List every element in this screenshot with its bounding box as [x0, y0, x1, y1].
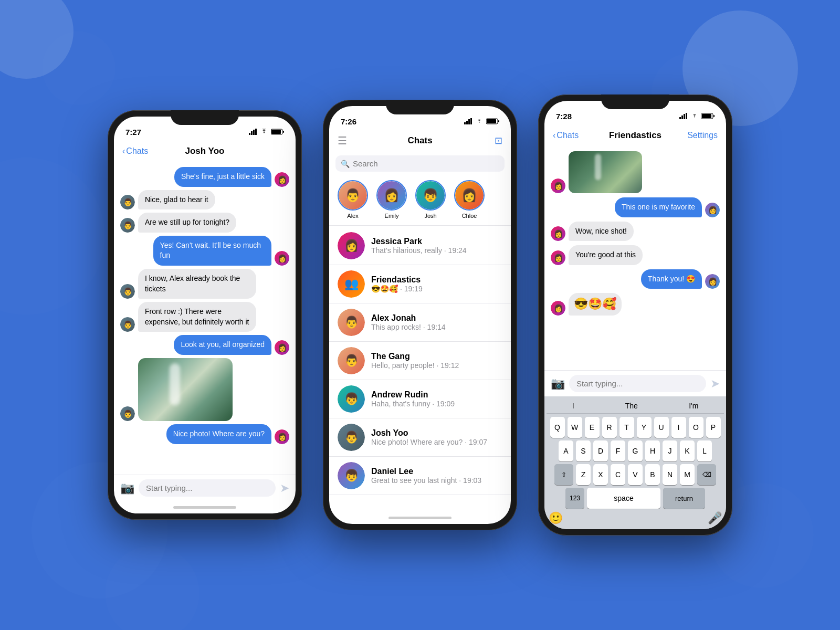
search-input[interactable]	[353, 159, 499, 168]
search-bar[interactable]: 🔍	[335, 155, 505, 172]
keyboard-row-2: A S D F G H J K L	[547, 440, 724, 461]
suggestion-i[interactable]: I	[572, 402, 574, 410]
key-v[interactable]: V	[628, 464, 643, 485]
back-button-3[interactable]: ‹ Chats	[553, 131, 579, 140]
key-z[interactable]: Z	[576, 464, 591, 485]
key-n[interactable]: N	[663, 464, 677, 485]
key-backspace[interactable]: ⌫	[697, 464, 716, 485]
photo-message-group	[569, 151, 642, 193]
key-k[interactable]: K	[680, 440, 695, 461]
chat-item-daniel[interactable]: 👦 Daniel Lee Great to see you last night…	[329, 457, 511, 495]
story-avatar: 👨	[338, 180, 368, 211]
key-l[interactable]: L	[697, 440, 712, 461]
chat-item-andrew[interactable]: 👦 Andrew Rudin Haha, that's funny · 19:0…	[329, 380, 511, 418]
svg-rect-5	[271, 130, 281, 134]
key-y[interactable]: Y	[637, 417, 652, 438]
story-item-emily[interactable]: 👩 Emily	[376, 180, 407, 219]
key-h[interactable]: H	[645, 440, 660, 461]
status-icons-1	[249, 129, 284, 135]
svg-rect-6	[283, 131, 284, 133]
chat-avatar: 👨	[338, 309, 365, 336]
chat-item-friendastics[interactable]: 👥 Friendastics 😎🤩🥰 · 19:19	[329, 265, 511, 303]
keyboard-row-3: ⇧ Z X C V B N M ⌫	[547, 464, 724, 485]
notch-1	[171, 110, 239, 125]
key-e[interactable]: E	[585, 417, 600, 438]
key-m[interactable]: M	[680, 464, 695, 485]
emoji-icon[interactable]: 🙂	[549, 511, 563, 525]
message-bubble: She's fine, just a little sick	[174, 167, 271, 187]
settings-button[interactable]: Settings	[687, 131, 718, 140]
notch-2	[386, 100, 454, 114]
key-o[interactable]: O	[689, 417, 704, 438]
chevron-left-icon-3: ‹	[553, 131, 555, 140]
key-return[interactable]: return	[663, 488, 705, 509]
key-i[interactable]: I	[671, 417, 686, 438]
camera-icon-3[interactable]: 📷	[551, 377, 565, 391]
key-c[interactable]: C	[611, 464, 625, 485]
msg-row: 👨 I know, Alex already book the tickets	[120, 269, 289, 299]
avatar: 👨	[120, 218, 135, 233]
input-bar-1: 📷 ➤	[114, 475, 296, 501]
key-w[interactable]: W	[568, 417, 582, 438]
send-icon[interactable]: ➤	[280, 481, 289, 495]
key-b[interactable]: B	[645, 464, 660, 485]
avatar: 👩	[275, 429, 289, 444]
message-input-3[interactable]	[569, 375, 706, 392]
avatar: 👨	[120, 406, 135, 421]
key-space[interactable]: space	[587, 488, 660, 509]
input-bar-3: 📷 ➤	[544, 370, 726, 396]
key-123[interactable]: 123	[565, 488, 584, 509]
key-x[interactable]: X	[593, 464, 608, 485]
home-bar	[173, 506, 236, 509]
story-avatar: 👩	[454, 180, 485, 211]
avatar: 👩	[551, 226, 565, 241]
key-d[interactable]: D	[593, 440, 608, 461]
chat-item-gang[interactable]: 👨 The Gang Hello, party people! · 19:12	[329, 342, 511, 380]
key-j[interactable]: J	[663, 440, 677, 461]
compose-icon[interactable]: ⊡	[495, 135, 502, 146]
chat-name: The Gang	[371, 352, 502, 361]
message-bubble: This one is my favorite	[615, 197, 702, 217]
notch-3	[601, 94, 669, 109]
key-u[interactable]: U	[654, 417, 669, 438]
msg-row: 👩 Wow, nice shot!	[551, 222, 720, 242]
chat-item-alex[interactable]: 👨 Alex Jonah This app rocks! · 19:14	[329, 303, 511, 342]
wifi-icon-3	[690, 113, 699, 119]
story-item-alex[interactable]: 👨 Alex	[338, 180, 368, 219]
svg-rect-13	[498, 120, 499, 122]
keyboard-bottom-row: 🙂 🎤	[547, 511, 724, 525]
suggestion-the[interactable]: The	[625, 402, 638, 410]
story-item-josh[interactable]: 👦 Josh	[415, 180, 446, 219]
key-g[interactable]: G	[628, 440, 643, 461]
keyboard-row-4: 123 space return	[547, 488, 724, 509]
key-f[interactable]: F	[611, 440, 625, 461]
suggestion-im[interactable]: I'm	[689, 402, 698, 410]
svg-rect-19	[702, 114, 711, 118]
avatar: 👨	[120, 284, 135, 299]
chat-item-josh[interactable]: 👨 Josh Yoo Nice photo! Where are you? · …	[329, 418, 511, 457]
back-button-1[interactable]: ‹ Chats	[122, 146, 148, 156]
msg-row: She's fine, just a little sick 👩	[120, 167, 289, 187]
key-r[interactable]: R	[602, 417, 617, 438]
key-s[interactable]: S	[576, 440, 591, 461]
chat-name: Daniel Lee	[371, 467, 502, 476]
key-q[interactable]: Q	[550, 417, 565, 438]
key-a[interactable]: A	[559, 440, 573, 461]
message-input-1[interactable]	[139, 479, 276, 497]
phone-2: 7:26 ☰ Chats ⊡ 🔍	[323, 100, 517, 530]
chat-name: Andrew Rudin	[371, 390, 502, 400]
key-shift[interactable]: ⇧	[554, 464, 573, 485]
home-indicator-2	[329, 511, 511, 524]
chat-item-jessica[interactable]: 👩 Jessica Park That's hilarious, really …	[329, 227, 511, 265]
avatar: 👩	[275, 251, 289, 266]
mic-icon[interactable]: 🎤	[708, 511, 722, 525]
key-t[interactable]: T	[620, 417, 634, 438]
story-avatar: 👩	[376, 180, 407, 211]
story-item-chloe[interactable]: 👩 Chloe	[454, 180, 485, 219]
send-icon-3[interactable]: ➤	[710, 377, 720, 391]
msg-row: Nice photo! Where are you? 👩	[120, 424, 289, 444]
key-p[interactable]: P	[706, 417, 721, 438]
message-bubble: Nice, glad to hear it	[138, 190, 215, 210]
camera-icon[interactable]: 📷	[120, 481, 134, 495]
hamburger-icon[interactable]: ☰	[338, 134, 347, 147]
